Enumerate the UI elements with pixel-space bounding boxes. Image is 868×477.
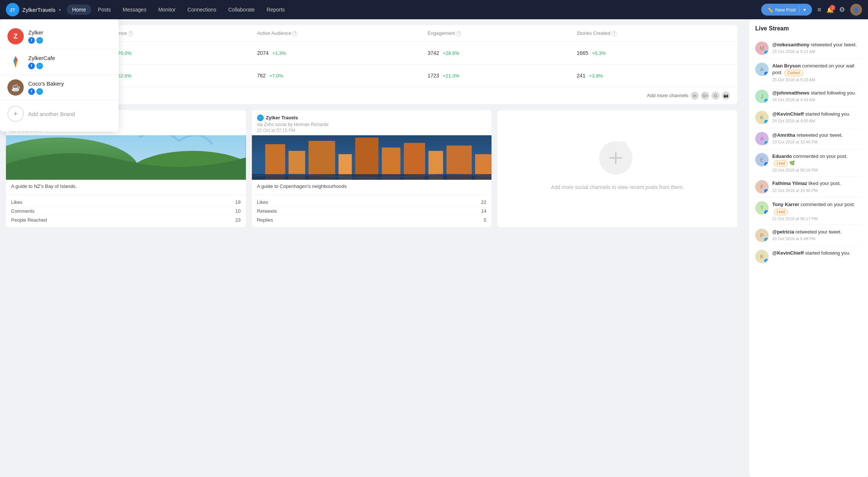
stat-label-likes-1: Likes <box>11 199 22 205</box>
stream-network-badge-0: 🐦 <box>764 50 769 55</box>
stream-text-3: @KevinChieff started following you. <box>772 111 862 117</box>
stat-label-reached-1: People Reached <box>11 217 47 223</box>
stream-content-3: @KevinChieff started following you. 24 O… <box>772 111 862 124</box>
main-layout: Total Audience? Active Audience? Engagem… <box>0 19 868 477</box>
active-audience-help[interactable]: ? <box>292 31 297 36</box>
brand-info-zylkercafe: ZylkerCafe f 🐦 <box>28 55 111 69</box>
nav-item-reports[interactable]: Reports <box>262 4 290 15</box>
nav-item-connections[interactable]: Connections <box>182 4 221 15</box>
new-post-button[interactable]: ✏️ New Post ▾ <box>761 4 812 16</box>
lead-badge-5: Lead <box>774 160 788 167</box>
stream-text-1: Alan Bryson commented on your wall post … <box>772 63 862 76</box>
stories-help[interactable]: ? <box>611 31 617 36</box>
stats-stories-pct-1: +5.3% <box>592 50 606 56</box>
stream-content-1: Alan Bryson commented on your wall post … <box>772 63 862 82</box>
post-image-1 <box>6 135 246 180</box>
stream-avatar-6: F f <box>755 180 769 193</box>
nav-item-home[interactable]: Home <box>67 4 91 15</box>
stream-text-6: Fathima Yilmaz liked your post. <box>772 180 862 187</box>
stream-content-4: @Amritha retweeted your tweet. 23 Oct 20… <box>772 132 862 145</box>
stat-value-reached-1: 23 <box>235 217 240 223</box>
stream-time-2: 24 Oct 2018 at 4:43 AM <box>772 97 862 102</box>
social-icons-cocosbakery: f 🐦 <box>28 88 111 95</box>
user-avatar[interactable]: 👤 <box>850 4 862 16</box>
instagram-channel-icon[interactable]: 📷 <box>722 92 730 100</box>
stream-item-9: K 🐦 @KevinChieff started following you. <box>755 246 862 267</box>
add-brand-item[interactable]: + Add another Brand <box>0 100 119 127</box>
googleplus-channel-icon[interactable]: G+ <box>701 92 709 100</box>
stats-active-audience-2: 762 +7.0% <box>250 64 420 87</box>
live-stream-sidebar: Live Stream M 🐦 @mikesanthony retweeted … <box>749 19 868 477</box>
stream-time-0: 25 Oct 2018 at 9:12 AM <box>772 49 862 54</box>
add-brand-label: Add another Brand <box>28 111 75 117</box>
add-social-label: Add more social channels to view recent … <box>551 184 684 190</box>
stream-time-7: 21 Oct 2018 at 06:17 PM <box>772 216 862 221</box>
stream-avatar-letter-9: K <box>760 254 763 259</box>
settings-icon[interactable]: ⚙ <box>837 4 847 15</box>
total-audience-help[interactable]: ? <box>128 31 133 36</box>
stream-avatar-7: T f <box>755 201 769 215</box>
dropdown-arrow-icon: ▾ <box>803 7 806 13</box>
stream-content-7: Tony Karrer commented on your post. Lead… <box>772 201 862 221</box>
stream-avatar-1: A f <box>755 63 769 76</box>
gmb-channel-icon[interactable]: G <box>711 92 720 100</box>
stat-label-likes-2: Likes <box>257 199 268 205</box>
notification-bell[interactable]: 🔔 2 <box>826 6 834 13</box>
stats-stories-2: 241 +3.8% <box>569 64 737 87</box>
stream-avatar-letter-2: J <box>761 93 763 99</box>
post-network-2: 🐦 Zylker Travels <box>257 115 487 121</box>
stream-text-4: @Amritha retweeted your tweet. <box>772 132 862 139</box>
brand-item-name-zylkercafe: ZylkerCafe <box>28 55 111 61</box>
stream-avatar-letter-3: K <box>760 115 763 120</box>
post-header-2: 🐦 Zylker Travels via Zoho social by Herm… <box>252 110 492 135</box>
stream-item-8: P 🐦 @petricia retweeted your tweet. 20 O… <box>755 225 862 246</box>
brand-chevron-icon: ▾ <box>59 8 61 12</box>
live-stream-title: Live Stream <box>755 25 862 32</box>
brand-dropdown-item-zylkercafe[interactable]: ZylkerCafe f 🐦 <box>0 49 119 75</box>
stream-time-5: 23 Oct 2018 at 08:18 PM <box>772 168 862 172</box>
stream-item-2: J 🐦 @johnmatthews started following you.… <box>755 86 862 107</box>
post-card-2: 🐦 Zylker Travels via Zoho social by Herm… <box>252 110 492 227</box>
stream-network-badge-2: 🐦 <box>764 98 769 103</box>
post-stat-replies-2: Replies 5 <box>257 216 487 224</box>
engagement-help[interactable]: ? <box>456 31 461 36</box>
col-engagement: Engagement? <box>420 25 569 42</box>
brand-dropdown-item-zylker[interactable]: Z Zylker f 🐦 <box>0 24 119 49</box>
add-brand-circle: + <box>7 106 24 122</box>
stats-engagement-2: 1723 +21.3% <box>420 64 569 87</box>
brand-icon-zylker: Z <box>7 28 24 44</box>
nav-item-collaborate[interactable]: Collaborate <box>223 4 260 15</box>
brand-dropdown-item-cocosbakery[interactable]: ☕ Coco's Bakery f 🐦 <box>0 75 119 100</box>
linkedin-channel-icon[interactable]: in <box>691 92 699 100</box>
brand-dropdown: Z Zylker f 🐦 ZylkerCafe f 🐦 <box>0 19 119 132</box>
stat-label-comments-1: Comments <box>11 208 34 214</box>
stream-item-1: A f Alan Bryson commented on your wall p… <box>755 59 862 86</box>
post-stat-likes-1: Likes 19 <box>11 198 241 207</box>
stats-stories-pct-2: +3.8% <box>589 73 603 79</box>
stream-time-4: 23 Oct 2018 at 10:46 PM <box>772 140 862 144</box>
brand-logo[interactable]: ZT ZylkerTravels ▾ <box>6 3 61 16</box>
stream-content-9: @KevinChieff started following you. <box>772 250 862 263</box>
nav-item-posts[interactable]: Posts <box>93 4 116 15</box>
nav-item-messages[interactable]: Messages <box>118 4 152 15</box>
menu-icon[interactable]: ≡ <box>815 4 823 15</box>
col-active-audience: Active Audience? <box>250 25 420 42</box>
pencil-icon: ✏️ <box>767 7 773 13</box>
stats-active-pct-2: +7.0% <box>269 73 283 79</box>
stream-text-7: Tony Karrer commented on your post. Lead <box>772 201 862 215</box>
stats-stories-1: 1665 +5.3% <box>569 42 737 64</box>
nav-item-monitor[interactable]: Monitor <box>153 4 181 15</box>
stream-network-badge-8: 🐦 <box>764 237 769 242</box>
stream-content-5: Eduardo commented on your post. Lead 🌿 2… <box>772 153 862 172</box>
twitter-icon-zylker: 🐦 <box>36 37 43 44</box>
stream-avatar-5: E f <box>755 153 769 166</box>
stat-value-likes-2: 22 <box>481 199 486 205</box>
social-icons-zylker: f 🐦 <box>28 37 111 44</box>
brand-info-cocosbakery: Coco's Bakery f 🐦 <box>28 80 111 95</box>
stream-text-5: Eduardo commented on your post. Lead 🌿 <box>772 153 862 167</box>
brand-info-zylker: Zylker f 🐦 <box>28 29 111 44</box>
stream-avatar-letter-5: E <box>760 157 763 163</box>
contact-badge-1: Contact <box>784 70 803 76</box>
add-channels-label[interactable]: Add more channels <box>647 93 688 98</box>
stream-avatar-8: P 🐦 <box>755 229 769 242</box>
